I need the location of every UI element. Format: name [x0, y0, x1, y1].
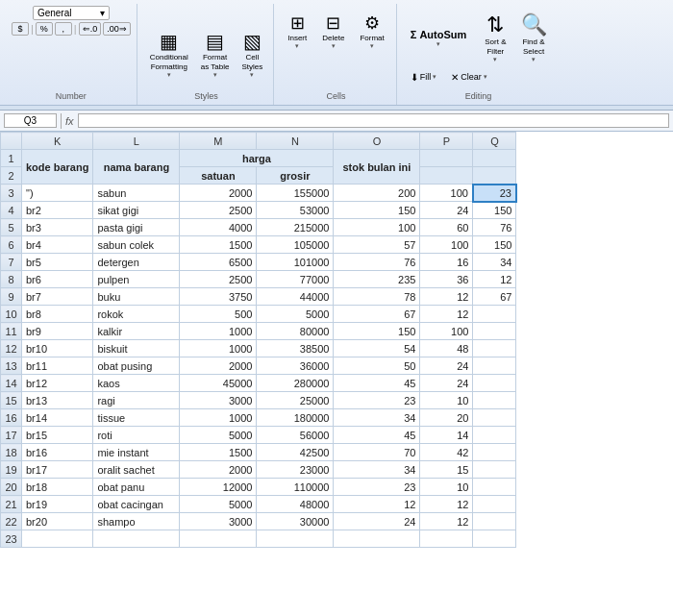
cell-k21[interactable]: br19 [22, 496, 93, 513]
cell-p6[interactable]: 100 [420, 236, 473, 254]
cell-m18[interactable]: 1500 [180, 444, 257, 461]
cell-q9[interactable]: 67 [473, 288, 516, 306]
cell-k20[interactable]: br18 [22, 479, 93, 496]
cell-m11[interactable]: 1000 [180, 323, 257, 340]
header-grosir[interactable]: grosir [257, 167, 334, 185]
cell-n20[interactable]: 110000 [257, 479, 334, 496]
cell-q8[interactable]: 12 [473, 271, 516, 288]
col-header-o[interactable]: O [334, 133, 420, 150]
find-select-button[interactable]: 🔍 Find &Select ▾ [515, 10, 553, 66]
cell-l8[interactable]: pulpen [93, 271, 180, 288]
cell-q23[interactable] [473, 530, 516, 548]
cell-k17[interactable]: br15 [22, 427, 93, 444]
cell-n16[interactable]: 180000 [257, 409, 334, 427]
cell-l15[interactable]: ragi [93, 392, 180, 409]
cell-l20[interactable]: obat panu [93, 479, 180, 496]
cell-k13[interactable]: br11 [22, 357, 93, 375]
header-kode-barang[interactable]: kode barang [22, 150, 93, 185]
grid-wrapper[interactable]: K L M N O P Q 1 kode barang nama barang … [0, 132, 673, 616]
cell-l7[interactable]: detergen [93, 254, 180, 271]
header-stok[interactable]: stok bulan ini [334, 150, 420, 185]
cell-l6[interactable]: sabun colek [93, 236, 180, 254]
header-harga[interactable]: harga [180, 150, 334, 167]
header-satuan[interactable]: satuan [180, 167, 257, 185]
cell-o6[interactable]: 57 [334, 236, 420, 254]
cell-m10[interactable]: 500 [180, 306, 257, 323]
cell-m9[interactable]: 3750 [180, 288, 257, 306]
cell-l23[interactable] [93, 530, 180, 548]
cell-n15[interactable]: 25000 [257, 392, 334, 409]
cell-o20[interactable]: 23 [334, 479, 420, 496]
cell-p20[interactable]: 10 [420, 479, 473, 496]
cell-p16[interactable]: 20 [420, 409, 473, 427]
cell-styles-button[interactable]: ▧ CellStyles ▾ [237, 27, 267, 82]
col-header-m[interactable]: M [180, 133, 257, 150]
cell-p18[interactable]: 42 [420, 444, 473, 461]
cell-m17[interactable]: 5000 [180, 427, 257, 444]
cell-k19[interactable]: br17 [22, 461, 93, 479]
cell-o5[interactable]: 100 [334, 219, 420, 236]
cell-reference-input[interactable] [4, 113, 57, 128]
cell-n4[interactable]: 53000 [257, 202, 334, 219]
cell-l9[interactable]: buku [93, 288, 180, 306]
cell-l19[interactable]: oralit sachet [93, 461, 180, 479]
cell-k7[interactable]: br5 [22, 254, 93, 271]
cell-p23[interactable] [420, 530, 473, 548]
cell-k12[interactable]: br10 [22, 340, 93, 357]
cell-m4[interactable]: 2500 [180, 202, 257, 219]
cell-p17[interactable]: 14 [420, 427, 473, 444]
cell-p8[interactable]: 36 [420, 271, 473, 288]
formula-input[interactable] [78, 113, 669, 128]
cell-p5[interactable]: 60 [420, 219, 473, 236]
cell-o8[interactable]: 235 [334, 271, 420, 288]
cell-k18[interactable]: br16 [22, 444, 93, 461]
cell-q13[interactable] [473, 357, 516, 375]
cell-q19[interactable] [473, 461, 516, 479]
cell-p22[interactable]: 12 [420, 513, 473, 530]
cell-l3[interactable]: sabun [93, 185, 180, 202]
cell-o23[interactable] [334, 530, 420, 548]
cell-o16[interactable]: 34 [334, 409, 420, 427]
cell-o3[interactable]: 200 [334, 185, 420, 202]
fill-button[interactable]: ⬇ Fill ▾ [405, 68, 443, 86]
header-nama-barang[interactable]: nama barang [93, 150, 180, 185]
cell-o18[interactable]: 70 [334, 444, 420, 461]
sort-filter-button[interactable]: ⇅ Sort &Filter ▾ [479, 10, 511, 66]
cell-q20[interactable] [473, 479, 516, 496]
col-header-p[interactable]: P [420, 133, 473, 150]
format-as-table-button[interactable]: ▤ Formatas Table ▾ [196, 27, 235, 82]
cell-n23[interactable] [257, 530, 334, 548]
cell-n11[interactable]: 80000 [257, 323, 334, 340]
format-button[interactable]: ⚙ Format ▾ [354, 10, 389, 53]
comma-button[interactable]: , [55, 22, 72, 36]
cell-k15[interactable]: br13 [22, 392, 93, 409]
header-q1[interactable] [473, 150, 516, 167]
cell-o10[interactable]: 67 [334, 306, 420, 323]
cell-q7[interactable]: 34 [473, 254, 516, 271]
cell-q21[interactable] [473, 496, 516, 513]
clear-button[interactable]: ✕ Clear ▾ [445, 68, 493, 86]
increase-decimal-button[interactable]: ⇐.0 [79, 22, 102, 36]
header-p2[interactable] [420, 167, 473, 185]
cell-q5[interactable]: 76 [473, 219, 516, 236]
cell-n14[interactable]: 280000 [257, 375, 334, 392]
cell-l18[interactable]: mie instant [93, 444, 180, 461]
cell-n17[interactable]: 56000 [257, 427, 334, 444]
cell-n9[interactable]: 44000 [257, 288, 334, 306]
cell-k11[interactable]: br9 [22, 323, 93, 340]
cell-n7[interactable]: 101000 [257, 254, 334, 271]
cell-k14[interactable]: br12 [22, 375, 93, 392]
cell-m22[interactable]: 3000 [180, 513, 257, 530]
cell-o15[interactable]: 23 [334, 392, 420, 409]
cell-p15[interactable]: 10 [420, 392, 473, 409]
cell-m14[interactable]: 45000 [180, 375, 257, 392]
currency-button[interactable]: $ [12, 22, 29, 36]
cell-m7[interactable]: 6500 [180, 254, 257, 271]
cell-n12[interactable]: 38500 [257, 340, 334, 357]
col-header-k[interactable]: K [22, 133, 93, 150]
col-header-q[interactable]: Q [473, 133, 516, 150]
cell-m12[interactable]: 1000 [180, 340, 257, 357]
cell-o11[interactable]: 150 [334, 323, 420, 340]
header-q2[interactable] [473, 167, 516, 185]
cell-k10[interactable]: br8 [22, 306, 93, 323]
